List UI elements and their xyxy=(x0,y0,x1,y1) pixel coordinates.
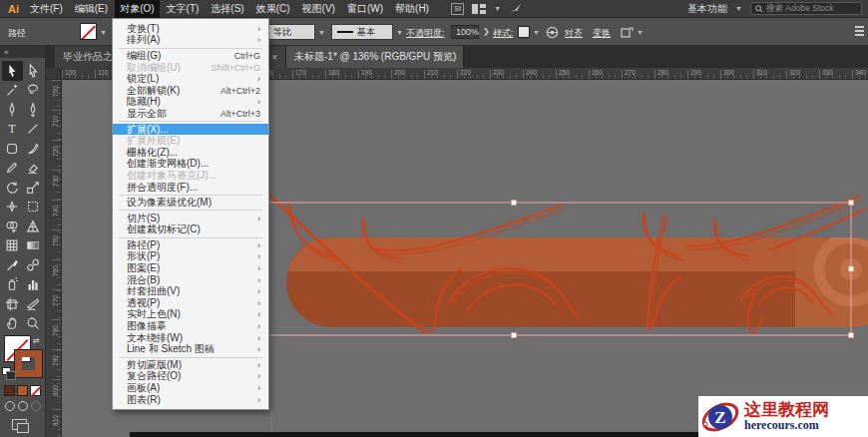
menubar-item-s[interactable]: 选择(S) xyxy=(206,0,248,18)
tab-close-icon[interactable]: × xyxy=(462,52,464,63)
draw-behind-icon[interactable] xyxy=(18,401,28,411)
draw-inside-icon[interactable] xyxy=(31,401,41,411)
menubar-item-h[interactable]: 帮助(H) xyxy=(390,0,434,18)
color-button[interactable] xyxy=(4,385,15,396)
menu-item-c[interactable]: 创建裁切标记(C) xyxy=(113,224,268,236)
paintbrush-tool[interactable] xyxy=(23,139,44,159)
direct-selection-tool[interactable] xyxy=(23,61,44,81)
lasso-tool[interactable] xyxy=(23,81,44,101)
chevron-down-icon[interactable]: ▼ xyxy=(318,29,325,36)
hand-tool[interactable] xyxy=(2,314,23,334)
menubar-item-e[interactable]: 编辑(E) xyxy=(70,0,113,18)
chevron-down-icon[interactable]: ▼ xyxy=(533,29,540,36)
adobe-stock-button[interactable]: St xyxy=(451,3,464,15)
menu-item-r[interactable]: 图表(R)› xyxy=(113,394,268,406)
default-fill-stroke-icon[interactable] xyxy=(2,367,11,375)
artboard-tool[interactable] xyxy=(2,294,23,314)
rectangle-tool[interactable] xyxy=(2,139,23,159)
column-graph-tool[interactable] xyxy=(23,275,44,295)
direct-selection-tool-icon xyxy=(25,63,41,79)
stroke-none-swatch[interactable] xyxy=(80,23,97,40)
panel-menu-icon[interactable] xyxy=(855,26,864,36)
menubar-item-o[interactable]: 对象(O) xyxy=(115,0,159,18)
selection-handle-bottom-right[interactable] xyxy=(849,333,854,338)
eraser-tool[interactable] xyxy=(23,159,44,179)
type-tool[interactable]: T xyxy=(2,120,23,140)
eyedropper-tool[interactable] xyxy=(2,255,23,275)
perspective-grid-tool[interactable] xyxy=(23,217,44,236)
selection-handle-top-center[interactable] xyxy=(512,201,517,206)
select-similar-icon[interactable] xyxy=(546,26,559,39)
rotate-tool[interactable] xyxy=(2,178,23,198)
selection-handle-top-right[interactable] xyxy=(849,201,854,206)
pen-tool[interactable] xyxy=(2,100,23,120)
pencil-tool[interactable] xyxy=(2,159,23,179)
tab-close-icon[interactable]: × xyxy=(271,52,277,63)
symbol-sprayer-tool[interactable] xyxy=(2,275,23,295)
eraser-tool-icon xyxy=(25,160,41,176)
style-swatch[interactable] xyxy=(518,26,530,38)
chevron-down-icon[interactable]: ▼ xyxy=(396,29,403,36)
zoom-tool[interactable] xyxy=(23,314,44,334)
screen-mode-icon[interactable] xyxy=(12,419,27,430)
selection-handle-bottom-center[interactable] xyxy=(512,333,517,338)
chevron-down-icon[interactable]: ▼ xyxy=(637,29,644,36)
vertical-ruler[interactable]: 700710720730740750760770780790800810 xyxy=(46,80,62,437)
chevron-down-icon[interactable]: ▼ xyxy=(494,5,501,12)
document-tab[interactable]: 未标题-1* @ 136% (RGB/GPU 预览)× xyxy=(286,46,464,68)
gradient-button[interactable] xyxy=(17,385,28,396)
menubar-item-t[interactable]: 文字(T) xyxy=(162,0,205,18)
hruler-label: 110 xyxy=(98,69,108,76)
share-icon[interactable] xyxy=(509,3,522,15)
brush-definition-dropdown[interactable]: 基本 xyxy=(331,24,393,40)
menubar-item-f[interactable]: 文件(F) xyxy=(25,0,68,18)
menu-shortcut: Shift+Ctrl+G xyxy=(211,63,260,73)
isolate-selection-icon[interactable] xyxy=(621,27,634,39)
workspace-switcher[interactable]: 基本功能 xyxy=(687,2,727,16)
selection-handle-right-center[interactable] xyxy=(849,266,854,271)
swap-fill-stroke-icon[interactable]: ⇄ xyxy=(33,336,40,345)
mesh-tool[interactable] xyxy=(2,236,23,256)
opacity-field[interactable]: 100% xyxy=(451,25,479,39)
menu-item-f[interactable]: 拼合透明度(F)... xyxy=(113,182,268,194)
menu-item-m[interactable]: 设为像素级优化(M) xyxy=(113,197,268,209)
mesh-tool-icon xyxy=(4,237,20,253)
stroke-color-swatch[interactable] xyxy=(15,350,42,377)
color-mode-buttons xyxy=(4,385,41,396)
tab-label: 未标题-1* @ 136% (RGB/GPU 预览) xyxy=(294,50,456,64)
curvature-tool[interactable] xyxy=(23,100,44,120)
line-segment-tool[interactable] xyxy=(23,120,44,140)
scale-tool[interactable] xyxy=(23,178,44,198)
menu-item-a[interactable]: 排列(A)› xyxy=(113,35,268,47)
gradient-tool[interactable] xyxy=(23,236,44,256)
none-button[interactable] xyxy=(30,385,41,396)
selection-tool[interactable] xyxy=(2,61,23,81)
arrange-documents-icon[interactable] xyxy=(472,4,486,14)
blend-tool[interactable] xyxy=(23,255,44,275)
opacity-label[interactable]: 不透明度: xyxy=(406,27,445,40)
chevron-down-icon[interactable]: ▼ xyxy=(735,5,742,12)
slice-tool[interactable] xyxy=(23,294,44,314)
opacity-more-button[interactable]: ❯ xyxy=(483,27,490,36)
toolbar-collapse-button[interactable]: « xyxy=(0,46,45,58)
shape-builder-tool[interactable] xyxy=(2,217,23,236)
menubar-item-v[interactable]: 视图(V) xyxy=(297,0,340,18)
magic-wand-tool[interactable] xyxy=(2,81,23,101)
menu-item-linesketch[interactable]: Line 和 Sketch 图稿› xyxy=(113,343,268,355)
search-input[interactable]: 搜索 Adobe Stock xyxy=(750,2,862,15)
chevron-down-icon[interactable]: ▼ xyxy=(100,29,107,36)
free-transform-tool[interactable] xyxy=(23,198,44,218)
menubar-item-c[interactable]: 效果(C) xyxy=(251,0,295,18)
menu-item-label: 显示全部 xyxy=(127,107,167,121)
menu-item-[interactable]: 显示全部Alt+Ctrl+3 xyxy=(113,108,268,120)
width-tool[interactable] xyxy=(2,198,23,218)
align-link[interactable]: 对齐 xyxy=(565,27,583,40)
tools-panel: « T ⇄ xyxy=(0,46,46,437)
style-label[interactable]: 样式: xyxy=(493,27,514,40)
menu-item-label: 图表(R) xyxy=(127,393,161,407)
draw-normal-icon[interactable] xyxy=(5,401,15,411)
ruler-origin-box[interactable] xyxy=(46,68,62,80)
menubar-item-w[interactable]: 窗口(W) xyxy=(342,0,388,18)
submenu-arrow-icon: › xyxy=(257,35,260,45)
transform-link[interactable]: 变换 xyxy=(593,27,611,40)
